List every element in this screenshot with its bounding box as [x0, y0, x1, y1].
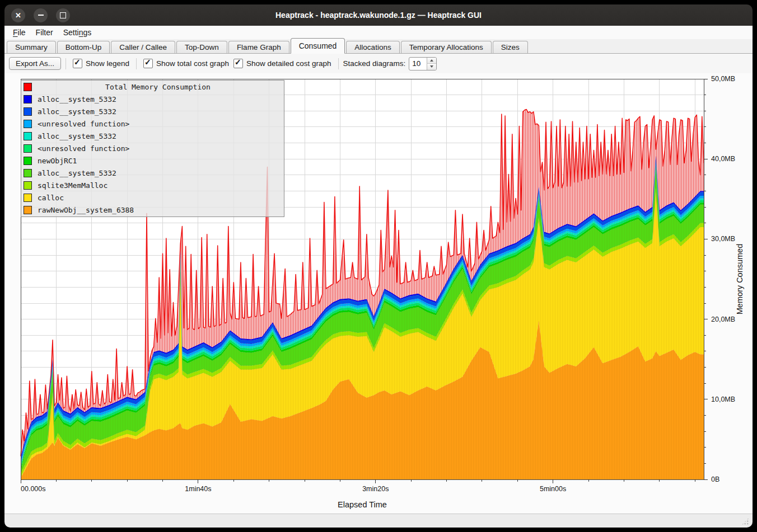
checkbox-box-icon: ✓	[73, 59, 82, 68]
close-icon: ✕	[15, 12, 21, 19]
memory-consumption-chart: 0B10,0MB20,0MB30,0MB40,0MB50,0MB00.000s1…	[4, 73, 753, 514]
tab-bottom-up[interactable]: Bottom-Up	[57, 41, 110, 53]
tab-bar: SummaryBottom-UpCaller / CalleeTop-DownF…	[4, 39, 753, 54]
legend-row: alloc__system_5332	[21, 167, 284, 180]
toolbar-separator	[66, 58, 66, 69]
checkbox-label: Show total cost graph	[156, 59, 229, 68]
legend-label: alloc__system_5332	[38, 132, 116, 140]
y-axis-tick-label: 0B	[711, 475, 719, 483]
tab-summary[interactable]: Summary	[7, 41, 56, 53]
legend-swatch-icon	[24, 132, 32, 140]
y-axis-tick-label: 50,0MB	[711, 75, 735, 83]
legend-label: calloc	[38, 194, 64, 202]
tab-consumed[interactable]: Consumed	[291, 38, 345, 54]
checkbox-label: Show legend	[86, 59, 129, 68]
stacked-diagrams-label: Stacked diagrams:	[343, 59, 406, 68]
checkmark-icon: ✓	[74, 58, 81, 67]
legend-row: alloc__system_5332	[21, 93, 284, 105]
legend-row: alloc__system_5332	[21, 130, 284, 142]
tab-flame-graph[interactable]: Flame Graph	[228, 41, 289, 53]
y-axis-tick-label: 20,0MB	[711, 316, 735, 323]
resize-grip[interactable]	[741, 517, 749, 525]
spin-down-button[interactable]	[427, 64, 436, 70]
minimize-button[interactable]	[34, 8, 48, 22]
legend-swatch-icon	[24, 144, 32, 153]
menu-bar: FileFilterSettings	[4, 26, 753, 39]
menu-item-file[interactable]: File	[8, 27, 31, 38]
legend-label: alloc__system_5332	[38, 107, 116, 116]
y-axis-tick-label: 10,0MB	[711, 396, 735, 403]
legend-label: <unresolved function>	[38, 144, 129, 153]
spin-buttons	[427, 58, 436, 70]
minimize-icon	[38, 15, 44, 16]
legend-swatch-icon	[24, 194, 32, 202]
maximize-button[interactable]	[56, 8, 70, 22]
tab-caller-callee[interactable]: Caller / Callee	[111, 41, 175, 53]
stacked-diagrams-spinbox[interactable]: 10	[409, 57, 437, 70]
app-window: ✕ Heaptrack - heaptrack.wakunode.1.gz — …	[0, 0, 757, 532]
maximize-icon	[60, 12, 66, 18]
legend-title-row: Total Memory Consumption	[21, 81, 284, 93]
x-axis-tick-label: 3min20s	[362, 485, 389, 493]
legend-label: newObjRC1	[38, 157, 77, 165]
legend-swatch-icon	[24, 95, 32, 103]
checkmark-icon: ✓	[235, 58, 241, 67]
y-axis-tick-label: 40,0MB	[711, 155, 735, 163]
spin-up-button[interactable]	[427, 58, 436, 64]
stacked-diagrams-value[interactable]: 10	[409, 58, 427, 70]
legend-swatch-icon	[24, 181, 32, 190]
legend-row: alloc__system_5332	[21, 105, 284, 117]
chart-toolbar: Export As... ✓ Show legend ✓ Show total …	[4, 54, 753, 73]
legend-row: sqlite3MemMalloc	[21, 180, 284, 192]
window-title: Heaptrack - heaptrack.wakunode.1.gz — He…	[4, 11, 753, 20]
legend-row: <unresolved function>	[21, 142, 284, 154]
window-controls: ✕	[11, 8, 70, 22]
legend-label: alloc__system_5332	[38, 169, 116, 177]
chart-legend: Total Memory Consumptionalloc__system_53…	[21, 80, 284, 217]
legend-label: sqlite3MemMalloc	[38, 181, 108, 190]
legend-swatch-icon	[24, 120, 32, 128]
legend-row: rawNewObj__system_6388	[21, 204, 284, 216]
x-axis-tick-label: 00.000s	[21, 485, 45, 493]
export-as-button[interactable]: Export As...	[9, 57, 61, 70]
legend-row: newObjRC1	[21, 155, 284, 167]
legend-swatch-icon	[24, 157, 32, 165]
stacked-diagrams-control: Stacked diagrams: 10	[343, 57, 437, 70]
title-bar: ✕ Heaptrack - heaptrack.wakunode.1.gz — …	[4, 4, 753, 26]
menu-item-filter[interactable]: Filter	[31, 27, 58, 38]
legend-row: calloc	[21, 192, 284, 204]
tab-allocations[interactable]: Allocations	[346, 41, 399, 53]
y-axis-tick-label: 30,0MB	[711, 235, 735, 243]
show-legend-checkbox[interactable]: ✓ Show legend	[73, 59, 129, 68]
legend-swatch-icon	[24, 83, 32, 91]
tab-sizes[interactable]: Sizes	[493, 41, 528, 53]
tab-top-down[interactable]: Top-Down	[176, 41, 227, 53]
checkmark-icon: ✓	[144, 58, 151, 67]
checkbox-label: Show detailed cost graph	[246, 59, 331, 68]
legend-row: <unresolved function>	[21, 117, 284, 130]
legend-label: alloc__system_5332	[38, 95, 116, 103]
legend-label: Total Memory Consumption	[32, 83, 284, 91]
toolbar-separator	[338, 58, 339, 69]
close-button[interactable]: ✕	[11, 8, 25, 22]
toolbar-separator	[136, 58, 137, 69]
chevron-down-icon	[430, 65, 433, 68]
menu-item-settings[interactable]: Settings	[58, 27, 97, 38]
x-axis-title: Elapsed Time	[338, 500, 387, 509]
legend-swatch-icon	[24, 107, 32, 116]
legend-swatch-icon	[24, 206, 32, 214]
y-axis-title: Memory Consumed	[735, 244, 744, 315]
legend-label: rawNewObj__system_6388	[38, 206, 134, 214]
show-total-cost-checkbox[interactable]: ✓ Show total cost graph	[143, 59, 229, 68]
checkbox-box-icon: ✓	[143, 59, 153, 68]
tab-temporary-allocations[interactable]: Temporary Allocations	[401, 41, 492, 53]
status-bar	[4, 514, 753, 528]
x-axis-tick-label: 1min40s	[185, 485, 211, 493]
show-detailed-cost-checkbox[interactable]: ✓ Show detailed cost graph	[233, 59, 331, 68]
legend-label: <unresolved function>	[38, 120, 129, 128]
x-axis-tick-label: 5min00s	[540, 485, 566, 493]
legend-swatch-icon	[24, 169, 32, 177]
checkbox-box-icon: ✓	[233, 59, 243, 68]
chevron-up-icon	[430, 59, 433, 62]
